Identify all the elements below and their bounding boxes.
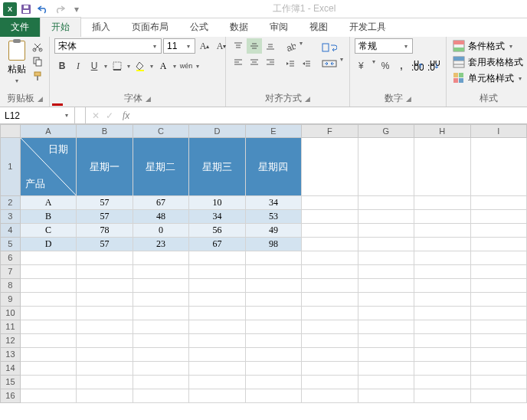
copy-icon[interactable]	[31, 54, 44, 68]
accounting-format-icon[interactable]: ¥	[355, 58, 370, 74]
cell[interactable]	[414, 307, 470, 320]
cell[interactable]: 23	[133, 238, 189, 251]
cell[interactable]	[302, 307, 358, 320]
col-header[interactable]: B	[77, 124, 133, 138]
cell[interactable]: 57	[77, 196, 133, 210]
cell[interactable]	[471, 307, 527, 320]
cell[interactable]	[302, 138, 358, 196]
number-format-select[interactable]: 常规▾	[355, 38, 413, 54]
paste-button[interactable]: 粘贴 ▾	[5, 38, 29, 86]
tab-data[interactable]: 数据	[219, 18, 259, 37]
cell[interactable]: 星期四	[246, 138, 302, 196]
cell[interactable]	[246, 389, 302, 403]
cell[interactable]	[21, 348, 77, 362]
cell[interactable]	[133, 293, 189, 307]
cell[interactable]	[21, 307, 77, 320]
cell[interactable]: B	[21, 210, 77, 224]
cell[interactable]	[414, 376, 470, 389]
col-header[interactable]: A	[21, 124, 77, 138]
cell[interactable]	[133, 251, 189, 265]
cell[interactable]	[246, 362, 302, 376]
row-header[interactable]: 7	[0, 265, 21, 279]
cell[interactable]	[21, 334, 77, 348]
font-color-button[interactable]: A	[155, 58, 171, 74]
cell[interactable]	[358, 265, 414, 279]
cell[interactable]	[358, 362, 414, 376]
cell[interactable]	[471, 348, 527, 362]
save-icon[interactable]	[18, 2, 34, 17]
cell-styles-button[interactable]: 单元格样式▾	[451, 71, 527, 86]
redo-icon[interactable]	[52, 2, 67, 17]
border-dropdown-icon[interactable]: ▾	[126, 63, 132, 70]
align-top-icon[interactable]	[231, 38, 246, 54]
phonetic-button[interactable]: wén	[178, 58, 194, 74]
cell[interactable]	[246, 320, 302, 334]
row-header[interactable]: 9	[0, 293, 21, 307]
cell[interactable]	[246, 307, 302, 320]
cell[interactable]: 67	[133, 196, 189, 210]
cell[interactable]	[414, 138, 470, 196]
cell[interactable]	[302, 265, 358, 279]
cell[interactable]	[302, 376, 358, 389]
cell[interactable]	[302, 320, 358, 334]
fill-color-button[interactable]	[133, 58, 148, 74]
cell[interactable]	[302, 238, 358, 251]
orientation-dropdown-icon[interactable]: ▾	[298, 40, 304, 55]
cell[interactable]: A	[21, 196, 77, 210]
cell[interactable]	[358, 389, 414, 403]
fill-dropdown-icon[interactable]: ▾	[149, 63, 155, 70]
cell[interactable]	[358, 376, 414, 389]
cell[interactable]	[77, 389, 133, 403]
cell[interactable]	[302, 196, 358, 210]
row-header[interactable]: 14	[0, 362, 21, 376]
accounting-dropdown-icon[interactable]: ▾	[371, 58, 377, 74]
cell[interactable]	[21, 293, 77, 307]
tab-view[interactable]: 视图	[299, 18, 339, 37]
cell[interactable]: 星期一	[77, 138, 133, 196]
cell[interactable]	[21, 279, 77, 293]
excel-icon[interactable]: X	[3, 2, 17, 16]
cell[interactable]	[133, 334, 189, 348]
undo-icon[interactable]	[35, 2, 51, 17]
row-header[interactable]: 8	[0, 279, 21, 293]
row-header[interactable]: 2	[0, 196, 21, 210]
row-header[interactable]: 4	[0, 224, 21, 238]
tab-developer[interactable]: 开发工具	[339, 18, 397, 37]
cell[interactable]	[414, 293, 470, 307]
cell[interactable]	[133, 362, 189, 376]
cell[interactable]	[302, 389, 358, 403]
cell[interactable]: 10	[189, 196, 245, 210]
col-header[interactable]: C	[133, 124, 189, 138]
cell[interactable]	[358, 279, 414, 293]
font-name-select[interactable]: 宋体▾	[54, 38, 162, 54]
cell[interactable]	[133, 320, 189, 334]
cell[interactable]	[471, 196, 527, 210]
increase-indent-icon[interactable]	[299, 56, 314, 71]
font-launcher-icon[interactable]: ◢	[146, 95, 151, 103]
cell[interactable]	[189, 334, 245, 348]
cell[interactable]	[77, 307, 133, 320]
cell[interactable]	[471, 293, 527, 307]
cell[interactable]	[471, 238, 527, 251]
cell[interactable]	[246, 251, 302, 265]
cell[interactable]: 星期三	[189, 138, 245, 196]
align-center-icon[interactable]	[247, 54, 262, 70]
cell[interactable]	[77, 293, 133, 307]
cell[interactable]	[189, 320, 245, 334]
cell[interactable]: 星期二	[133, 138, 189, 196]
font-color-dropdown-icon[interactable]: ▾	[172, 63, 178, 70]
cell[interactable]	[471, 376, 527, 389]
cell[interactable]	[189, 251, 245, 265]
increase-decimal-icon[interactable]: .0.00	[410, 58, 425, 74]
cell[interactable]	[21, 376, 77, 389]
cell[interactable]	[414, 196, 470, 210]
cut-icon[interactable]	[31, 40, 44, 54]
cell[interactable]	[471, 138, 527, 196]
cell[interactable]	[133, 389, 189, 403]
cell[interactable]	[414, 348, 470, 362]
col-header[interactable]: E	[246, 124, 302, 138]
clipboard-launcher-icon[interactable]: ◢	[38, 95, 43, 103]
cell[interactable]	[21, 389, 77, 403]
cell[interactable]	[246, 334, 302, 348]
cell[interactable]	[246, 376, 302, 389]
